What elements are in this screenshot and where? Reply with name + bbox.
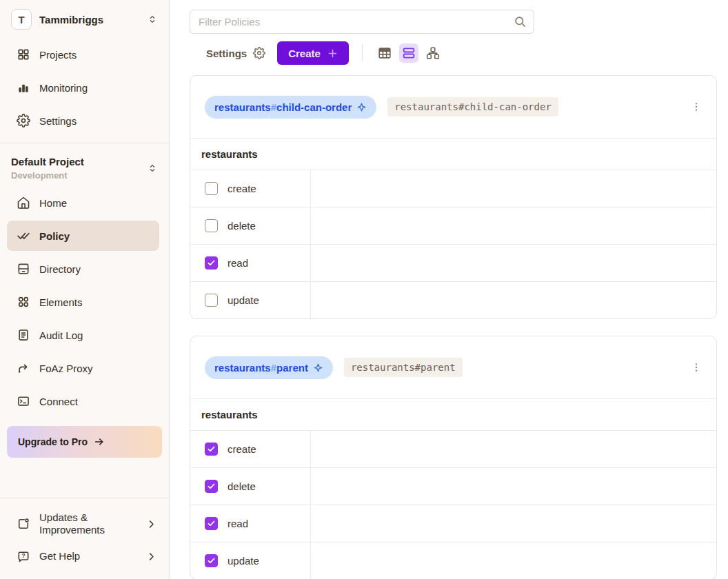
role-badge[interactable]: restaurants#parent — [205, 356, 333, 379]
avatar: T — [11, 9, 32, 30]
badge-role: child-can-order — [276, 101, 352, 113]
checkbox-update[interactable] — [205, 294, 218, 307]
policy-key: restaurants#parent — [344, 358, 463, 377]
resource-header: restaurants — [190, 398, 716, 430]
chevron-up-down-icon — [147, 163, 158, 174]
sidebar-footer: Updates & Improvements ? Get Help — [0, 498, 169, 579]
resource-header: restaurants — [190, 138, 716, 170]
sidebar-item-monitoring[interactable]: Monitoring — [7, 72, 159, 103]
permission-row: delete — [190, 207, 716, 244]
permission-row-rest — [311, 170, 716, 207]
create-label: Create — [288, 48, 321, 59]
permission-label: read — [228, 257, 248, 269]
badge-hash: # — [271, 362, 276, 374]
policy-card: restaurants#parent restaurants#parent re… — [190, 336, 717, 579]
sidebar-item-label: Audit Log — [39, 329, 83, 341]
permission-row: update — [190, 281, 716, 318]
tree-view-button[interactable] — [423, 43, 443, 63]
sidebar-item-elements[interactable]: Elements — [7, 287, 159, 317]
kebab-menu-button[interactable] — [686, 96, 707, 117]
policy-settings-button[interactable]: Settings — [206, 47, 265, 59]
checkbox-read[interactable] — [205, 256, 218, 270]
view-switcher — [370, 43, 443, 63]
sidebar-item-policy[interactable]: Policy — [7, 221, 159, 251]
sidebar-item-label: FoAz Proxy — [39, 363, 93, 374]
workspace-name: Tammibriggs — [39, 14, 103, 26]
checkbox-read[interactable] — [205, 517, 218, 530]
permission-row-rest — [311, 245, 716, 281]
double-check-icon — [17, 229, 30, 243]
sidebar-item-projects[interactable]: Projects — [7, 39, 159, 70]
sidebar-item-get-help[interactable]: ? Get Help — [0, 543, 169, 569]
sidebar-item-label: Get Help — [39, 550, 121, 563]
checkbox-delete[interactable] — [205, 219, 218, 232]
role-badge[interactable]: restaurants#child-can-order — [205, 96, 376, 119]
permission-row-rest — [311, 542, 716, 579]
chevron-right-icon — [146, 519, 156, 529]
sparkle-icon — [313, 363, 323, 373]
permission-label: read — [228, 518, 248, 529]
grid-icon — [17, 48, 30, 61]
sidebar-item-label: Directory — [39, 263, 81, 275]
permission-label: update — [228, 555, 259, 567]
badge-resource: restaurants — [214, 362, 271, 374]
checkbox-create[interactable] — [205, 182, 218, 195]
checkbox-update[interactable] — [205, 554, 218, 567]
sidebar-item-label: Settings — [39, 115, 77, 127]
divider — [0, 143, 169, 143]
sidebar-item-settings[interactable]: Settings — [7, 105, 159, 136]
arrow-right-icon — [94, 436, 105, 447]
checkbox-delete[interactable] — [205, 480, 218, 493]
permission-label: create — [228, 443, 256, 455]
bar-chart-icon — [17, 81, 30, 94]
permission-row-rest — [311, 282, 716, 318]
project-switcher[interactable]: Default Project Development — [0, 149, 169, 186]
permission-row-rest — [311, 468, 716, 505]
kebab-menu-button[interactable] — [686, 357, 707, 378]
workspace-switcher[interactable]: T Tammibriggs — [0, 0, 169, 38]
rows-view-button[interactable] — [399, 43, 418, 63]
badge-hash: # — [271, 101, 276, 113]
sidebar-item-label: Home — [39, 197, 67, 209]
sparkle-icon — [356, 102, 367, 112]
circles-icon — [17, 295, 30, 309]
sidebar-item-audit-log[interactable]: Audit Log — [7, 320, 159, 350]
table-view-button[interactable] — [375, 43, 394, 63]
policy-card: restaurants#child-can-order restaurants#… — [190, 75, 717, 319]
divider — [362, 45, 363, 61]
permission-row-rest — [311, 431, 716, 467]
upgrade-to-pro-button[interactable]: Upgrade to Pro — [7, 426, 162, 458]
filter-policies-input[interactable] — [190, 10, 534, 34]
sidebar-item-label: Projects — [39, 49, 77, 61]
permission-row: read — [190, 244, 716, 281]
permission-row: create — [190, 430, 716, 467]
checkbox-create[interactable] — [205, 443, 218, 456]
permission-row-rest — [311, 207, 716, 244]
sidebar-item-label: Elements — [39, 296, 83, 308]
permission-label: delete — [228, 220, 256, 232]
svg-text:?: ? — [21, 552, 25, 559]
permission-row: update — [190, 542, 716, 579]
sidebar-item-label: Monitoring — [39, 82, 88, 94]
create-button[interactable]: Create — [277, 41, 349, 65]
permission-label: delete — [228, 480, 256, 492]
changelog-icon — [17, 517, 30, 531]
sidebar: T Tammibriggs Projects Monitoring Settin… — [0, 0, 170, 579]
sidebar-item-foaz-proxy[interactable]: FoAz Proxy — [7, 353, 159, 383]
chevron-right-icon — [146, 551, 156, 562]
environment-name: Development — [11, 170, 84, 181]
route-arrow-icon — [17, 361, 30, 375]
terminal-icon — [17, 394, 30, 408]
chevron-up-down-icon — [147, 14, 158, 25]
sidebar-item-home[interactable]: Home — [7, 187, 159, 218]
badge-role: parent — [276, 362, 308, 374]
sidebar-item-connect[interactable]: Connect — [7, 386, 159, 416]
badge-resource: restaurants — [214, 101, 271, 113]
help-bubble-icon: ? — [17, 549, 30, 563]
permission-label: create — [228, 183, 256, 194]
sidebar-item-directory[interactable]: Directory — [7, 254, 159, 284]
main-content: Settings Create — [170, 0, 728, 579]
gear-icon — [17, 114, 30, 128]
sidebar-item-updates[interactable]: Updates & Improvements — [0, 505, 169, 544]
document-lines-icon — [17, 328, 30, 342]
